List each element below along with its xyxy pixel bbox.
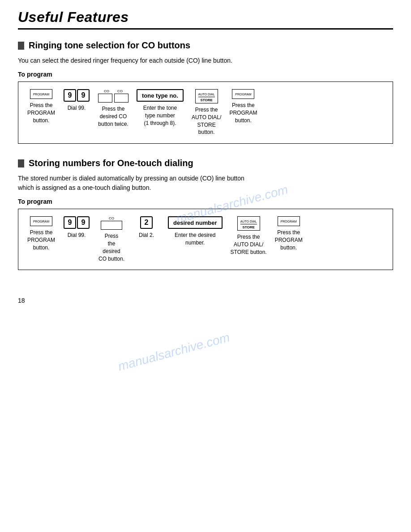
section2-steps-row: PROGRAM Press thePROGRAMbutton. 9 9 Dial… xyxy=(27,216,384,262)
section2-digit-9b: 9 xyxy=(77,216,90,229)
section2-digit-9a: 9 xyxy=(64,216,76,229)
section1-digits-pair: 9 9 xyxy=(64,89,90,102)
section1-steps-row: PROGRAM Press thePROGRAMbutton. 9 9 Dial… xyxy=(27,89,384,136)
section1-description: You can select the desired ringer freque… xyxy=(18,56,393,65)
section1-co-label2: CO xyxy=(117,89,123,93)
section2-step2-desc: Dial 99. xyxy=(68,232,86,239)
page-title: Useful Features xyxy=(18,9,393,26)
section2-step6: AUTO DIAL STORE Press theAUTO DIAL/STORE… xyxy=(231,216,267,256)
section2-auto-dial-btn: AUTO DIAL STORE xyxy=(237,216,260,231)
section2-auto-dial-divider xyxy=(240,224,257,224)
section1-tone-btn: tone type no. xyxy=(137,89,184,102)
section2-step4: 2 Dial 2. xyxy=(133,216,160,239)
section-ringing-tone: Ringing tone selection for CO buttons Yo… xyxy=(18,40,393,144)
section1-step2-desc: Dial 99. xyxy=(68,104,86,112)
section2-step1: PROGRAM Press thePROGRAMbutton. xyxy=(27,216,55,251)
section1-step1: PROGRAM Press thePROGRAMbutton. xyxy=(27,89,55,124)
section1-program-btn: PROGRAM xyxy=(30,89,52,99)
section2-auto-dial-bottom: STORE xyxy=(242,225,254,229)
section1-co-pair: CO CO xyxy=(98,89,128,103)
section2-digits-pair: 9 9 xyxy=(64,216,90,229)
section2-program-btn-label: PROGRAM xyxy=(33,220,49,223)
section2-step7: PROGRAM Press thePROGRAMbutton. xyxy=(275,216,303,251)
section2-program-btn2: PROGRAM xyxy=(278,216,300,226)
section2-step6-desc: Press theAUTO DIAL/STORE button. xyxy=(231,233,267,256)
section2-to-program: To program xyxy=(18,198,393,205)
section1-step1-desc: Press thePROGRAMbutton. xyxy=(27,102,55,124)
section2-header: Storing numbers for One-touch dialing xyxy=(18,158,393,168)
section1-program-btn2: PROGRAM xyxy=(232,89,254,99)
section1-icon xyxy=(18,42,24,50)
section1-auto-dial-bottom: STORE xyxy=(200,98,212,102)
section2-step2: 9 9 Dial 99. xyxy=(63,216,90,239)
section1-to-program: To program xyxy=(18,71,393,78)
title-divider xyxy=(18,28,393,30)
section2-co-label: CO xyxy=(109,216,114,220)
section2-program-btn2-label: PROGRAM xyxy=(281,220,297,223)
page-number: 18 xyxy=(18,297,393,304)
section1-auto-dial-top: AUTO DIAL xyxy=(198,93,215,96)
section1-step6: PROGRAM Press thePROGRAMbutton. xyxy=(229,89,257,124)
section2-step5-desc: Enter the desirednumber. xyxy=(175,232,215,247)
section2-title: Storing numbers for One-touch dialing xyxy=(29,158,193,168)
section1-step3: CO CO Press thedesired CObutton twice. xyxy=(98,89,128,128)
section2-co-box xyxy=(101,221,122,230)
section2-program-btn: PROGRAM xyxy=(30,216,52,226)
section1-step5-desc: Press theAUTO DIAL/STOREbutton. xyxy=(192,106,221,136)
section2-step7-desc: Press thePROGRAMbutton. xyxy=(275,229,303,251)
section1-co-box1 xyxy=(98,94,112,103)
section2-auto-dial-top: AUTO DIAL xyxy=(240,220,257,223)
section1-step2: 9 9 Dial 99. xyxy=(63,89,90,112)
section1-co-boxes xyxy=(98,94,128,103)
section2-icon xyxy=(18,159,24,167)
section1-program-btn2-label: PROGRAM xyxy=(235,93,251,96)
section1-digit-9a: 9 xyxy=(64,89,76,102)
section1-step6-desc: Press thePROGRAMbutton. xyxy=(229,102,257,124)
section2-step1-desc: Press thePROGRAMbutton. xyxy=(27,229,55,251)
section1-co-box2 xyxy=(114,94,128,103)
section2-step4-desc: Dial 2. xyxy=(139,232,154,239)
watermark-2: manualsarchive.com xyxy=(116,330,231,373)
section2-description: The stored number is dialed automaticall… xyxy=(18,174,393,193)
section1-auto-dial-btn: AUTO DIAL STORE xyxy=(195,89,218,103)
section2-co-top-label: CO xyxy=(109,216,114,220)
section1-co-label1: CO xyxy=(104,89,109,93)
section2-co-box-wrap xyxy=(101,221,122,230)
section2-desired-btn: desired number xyxy=(168,216,223,229)
section2-step3-desc: PressthedesiredCO button. xyxy=(98,232,124,262)
section1-header: Ringing tone selection for CO buttons xyxy=(18,40,393,51)
section2-step5: desired number Enter the desirednumber. xyxy=(168,216,223,247)
section1-co-top-labels: CO CO xyxy=(104,89,123,93)
section-storing-numbers: Storing numbers for One-touch dialing Th… xyxy=(18,158,393,270)
section2-diagram: PROGRAM Press thePROGRAMbutton. 9 9 Dial… xyxy=(18,209,393,270)
section2-step3: CO PressthedesiredCO button. xyxy=(98,216,125,262)
section1-program-btn-label: PROGRAM xyxy=(33,93,49,96)
section2-co-single: CO xyxy=(101,216,122,230)
section1-step5: AUTO DIAL STORE Press theAUTO DIAL/STORE… xyxy=(192,89,221,136)
section1-step4: tone type no. Enter the tonetype number(… xyxy=(137,89,184,127)
section1-step4-desc: Enter the tonetype number(1 through 8). xyxy=(143,104,177,127)
section2-digit-2: 2 xyxy=(140,216,153,229)
section1-auto-dial-divider xyxy=(198,97,215,97)
section1-digit-9b: 9 xyxy=(77,89,90,102)
section1-title: Ringing tone selection for CO buttons xyxy=(29,40,190,51)
section1-diagram: PROGRAM Press thePROGRAMbutton. 9 9 Dial… xyxy=(18,82,393,144)
section1-step3-desc: Press thedesired CObutton twice. xyxy=(98,105,128,128)
